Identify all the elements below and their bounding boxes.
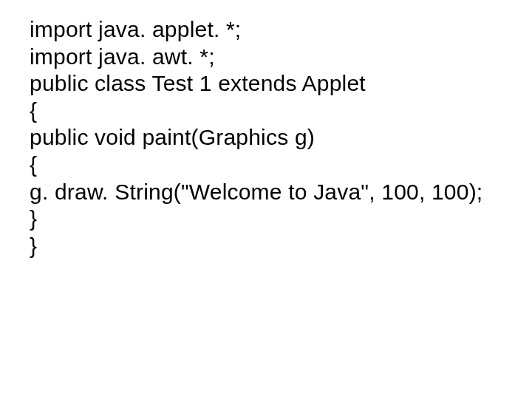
code-line-4: public void paint(Graphics g) — [30, 124, 502, 151]
code-line-2: public class Test 1 extends Applet — [30, 70, 502, 98]
code-line-1: import java. awt. *; — [30, 44, 502, 71]
code-line-0: import java. applet. *; — [30, 16, 502, 44]
code-slide: import java. applet. *; import java. awt… — [0, 0, 532, 276]
code-line-5: { — [30, 151, 502, 179]
code-line-6: g. draw. String("Welcome to Java", 100, … — [30, 179, 502, 206]
code-line-3: { — [30, 98, 502, 125]
code-line-8: } — [30, 233, 502, 260]
code-line-7: } — [30, 205, 502, 233]
